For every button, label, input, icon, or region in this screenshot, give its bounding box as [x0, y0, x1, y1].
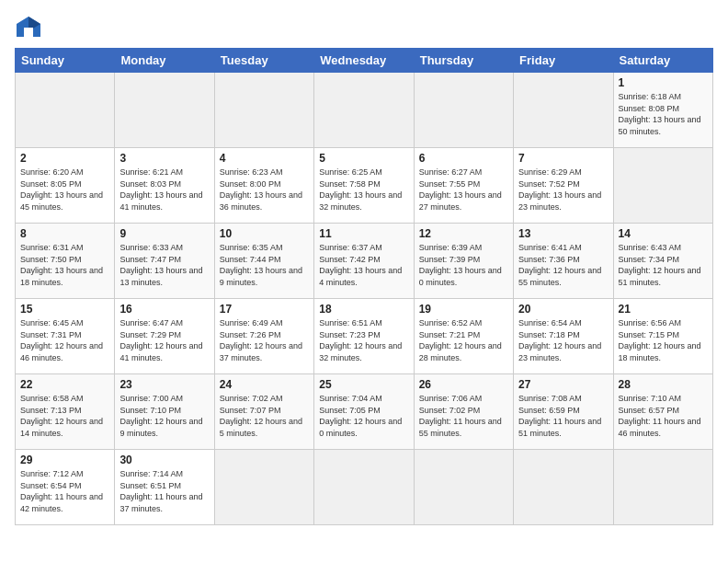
calendar-day-header: Thursday: [414, 49, 513, 73]
table-row: 8Sunrise: 6:31 AMSunset: 7:50 PMDaylight…: [16, 224, 115, 299]
page-header: [15, 15, 713, 40]
table-row: 23Sunrise: 7:00 AMSunset: 7:10 PMDayligh…: [115, 374, 214, 450]
table-row: 12Sunrise: 6:39 AMSunset: 7:39 PMDayligh…: [414, 224, 513, 299]
table-row: 30Sunrise: 7:14 AMSunset: 6:51 PMDayligh…: [115, 450, 214, 525]
table-row: 19Sunrise: 6:52 AMSunset: 7:21 PMDayligh…: [414, 299, 513, 374]
table-row: 6Sunrise: 6:27 AMSunset: 7:55 PMDaylight…: [414, 148, 513, 224]
table-row: 11Sunrise: 6:37 AMSunset: 7:42 PMDayligh…: [314, 224, 414, 299]
calendar-week-row: 22Sunrise: 6:58 AMSunset: 7:13 PMDayligh…: [16, 374, 713, 450]
calendar-day-header: Sunday: [16, 49, 115, 73]
table-row: 14Sunrise: 6:43 AMSunset: 7:34 PMDayligh…: [613, 224, 712, 299]
table-row: 7Sunrise: 6:29 AMSunset: 7:52 PMDaylight…: [514, 148, 613, 224]
calendar-header-row: SundayMondayTuesdayWednesdayThursdayFrid…: [16, 49, 713, 73]
table-row: 9Sunrise: 6:33 AMSunset: 7:47 PMDaylight…: [115, 224, 214, 299]
logo: [15, 15, 46, 40]
calendar-day-header: Monday: [115, 49, 214, 73]
table-row: 24Sunrise: 7:02 AMSunset: 7:07 PMDayligh…: [214, 374, 313, 450]
table-row: 13Sunrise: 6:41 AMSunset: 7:36 PMDayligh…: [514, 224, 613, 299]
table-row: 17Sunrise: 6:49 AMSunset: 7:26 PMDayligh…: [214, 299, 313, 374]
calendar-table: SundayMondayTuesdayWednesdayThursdayFrid…: [15, 48, 713, 525]
table-row: 27Sunrise: 7:08 AMSunset: 6:59 PMDayligh…: [514, 374, 613, 450]
calendar-empty-cell: [314, 73, 414, 148]
table-row: [613, 450, 712, 525]
table-row: [314, 450, 414, 525]
svg-rect-2: [24, 28, 33, 37]
table-row: 25Sunrise: 7:04 AMSunset: 7:05 PMDayligh…: [314, 374, 414, 450]
calendar-empty-cell: [414, 73, 513, 148]
table-row: 28Sunrise: 7:10 AMSunset: 6:57 PMDayligh…: [613, 374, 712, 450]
calendar-week-row: 8Sunrise: 6:31 AMSunset: 7:50 PMDaylight…: [16, 224, 713, 299]
calendar-empty-cell: [115, 73, 214, 148]
table-row: 21Sunrise: 6:56 AMSunset: 7:15 PMDayligh…: [613, 299, 712, 374]
calendar-week-row: 2Sunrise: 6:20 AMSunset: 8:05 PMDaylight…: [16, 148, 713, 224]
table-row: 4Sunrise: 6:23 AMSunset: 8:00 PMDaylight…: [214, 148, 313, 224]
table-row: 20Sunrise: 6:54 AMSunset: 7:18 PMDayligh…: [514, 299, 613, 374]
calendar-week-row: 29Sunrise: 7:12 AMSunset: 6:54 PMDayligh…: [16, 450, 713, 525]
table-row: [514, 450, 613, 525]
calendar-empty-cell: [214, 73, 313, 148]
table-row: 5Sunrise: 6:25 AMSunset: 7:58 PMDaylight…: [314, 148, 414, 224]
calendar-day-header: Saturday: [613, 49, 712, 73]
calendar-week-row: 15Sunrise: 6:45 AMSunset: 7:31 PMDayligh…: [16, 299, 713, 374]
calendar-day-header: Friday: [514, 49, 613, 73]
table-row: 1Sunrise: 6:18 AMSunset: 8:08 PMDaylight…: [613, 73, 712, 148]
table-row: 3Sunrise: 6:21 AMSunset: 8:03 PMDaylight…: [115, 148, 214, 224]
calendar-empty-cell: [16, 73, 115, 148]
table-row: 16Sunrise: 6:47 AMSunset: 7:29 PMDayligh…: [115, 299, 214, 374]
table-row: [414, 450, 513, 525]
logo-icon: [15, 15, 42, 40]
table-row: 18Sunrise: 6:51 AMSunset: 7:23 PMDayligh…: [314, 299, 414, 374]
table-row: 2Sunrise: 6:20 AMSunset: 8:05 PMDaylight…: [16, 148, 115, 224]
table-row: 26Sunrise: 7:06 AMSunset: 7:02 PMDayligh…: [414, 374, 513, 450]
table-row: [613, 148, 712, 224]
calendar-day-header: Tuesday: [214, 49, 313, 73]
calendar-week-row: 1Sunrise: 6:18 AMSunset: 8:08 PMDaylight…: [16, 73, 713, 148]
table-row: 29Sunrise: 7:12 AMSunset: 6:54 PMDayligh…: [16, 450, 115, 525]
calendar-day-header: Wednesday: [314, 49, 414, 73]
table-row: [214, 450, 313, 525]
calendar-empty-cell: [514, 73, 613, 148]
table-row: 15Sunrise: 6:45 AMSunset: 7:31 PMDayligh…: [16, 299, 115, 374]
table-row: 22Sunrise: 6:58 AMSunset: 7:13 PMDayligh…: [16, 374, 115, 450]
table-row: 10Sunrise: 6:35 AMSunset: 7:44 PMDayligh…: [214, 224, 313, 299]
